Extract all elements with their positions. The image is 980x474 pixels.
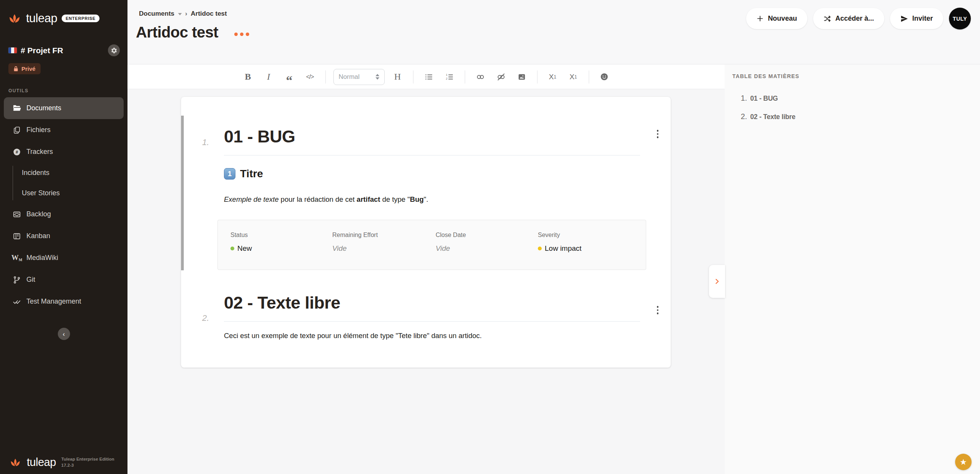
sidebar-nav: Documents Fichiers # Trackers Incidents … (0, 97, 127, 312)
app-logo[interactable]: tuleap ENTERPRISE (0, 0, 127, 25)
invite-button[interactable]: Inviter (890, 8, 943, 29)
sidebar: tuleap ENTERPRISE # Projet FR Privé OUTI… (0, 0, 127, 474)
code-button[interactable]: </> (302, 69, 318, 85)
field-remaining-effort: Remaining Effort Vide (332, 232, 436, 253)
top-header: Documents › Artidoc test Artidoc test No… (127, 0, 980, 64)
document-section-2: 02 - Texte libre Ceci est un exemple de … (224, 293, 640, 340)
toolbar-divider (413, 70, 413, 83)
breadcrumb-documents[interactable]: Documents (139, 10, 175, 18)
table-of-contents-panel: TABLE DES MATIÈRES 1. 01 - BUG 2. 02 - T… (725, 65, 980, 474)
chevron-left-icon: ‹ (63, 330, 65, 338)
heading-button[interactable]: H (390, 69, 405, 85)
keycap-one-icon: 1 (224, 168, 235, 180)
field-status: Status New (230, 232, 332, 253)
chevron-down-icon[interactable] (178, 13, 182, 15)
format-select[interactable]: Normal (333, 69, 385, 85)
section-heading[interactable]: 02 - Texte libre (224, 293, 640, 322)
section-subheading[interactable]: Titre (240, 168, 263, 180)
sidebar-item-incidents[interactable]: Incidents (4, 163, 124, 183)
ordered-list-icon[interactable]: 12 (442, 69, 457, 85)
superscript-button[interactable]: X1 (566, 69, 581, 85)
emoji-icon[interactable] (597, 69, 612, 85)
italic-button[interactable]: I (261, 69, 276, 85)
tuleap-logo-icon (8, 13, 21, 24)
editor-toolbar: B I “ </> Normal H 12 X1 X1 (127, 65, 725, 89)
toc-item[interactable]: 2. 02 - Texte libre (741, 112, 795, 121)
section-paragraph[interactable]: Exemple de texte pour la rédaction de ce… (224, 195, 640, 204)
kanban-board-icon (12, 232, 21, 240)
status-dot (230, 247, 234, 250)
tuleap-footer-logo-icon (9, 458, 21, 467)
lock-icon (13, 66, 18, 72)
mediawiki-icon: WM (12, 254, 21, 262)
document-section-1: 01 - BUG 1 Titre Exemple de texte pour l… (224, 127, 640, 270)
field-severity: Severity Low impact (538, 232, 646, 253)
toc-toggle-button[interactable] (709, 265, 725, 298)
select-carets-icon (376, 74, 379, 80)
link-icon[interactable] (473, 69, 488, 85)
sidebar-item-git[interactable]: Git (4, 269, 124, 291)
french-flag-icon (8, 47, 17, 53)
toc-item[interactable]: 1. 01 - BUG (741, 94, 795, 103)
section-number: 2. (202, 313, 209, 323)
goto-button[interactable]: Accéder à... (813, 8, 884, 29)
sidebar-item-fichiers[interactable]: Fichiers (4, 119, 124, 141)
svg-text:#: # (16, 149, 18, 154)
artifact-fields-panel: Status New Remaining Effort Vide Close D… (217, 220, 646, 270)
chevron-right-icon (713, 278, 721, 285)
files-copy-icon (12, 126, 21, 134)
toolbar-divider (589, 70, 589, 83)
sidebar-footer: tuleap Tuleap Enterprise Edition 17.2-3 (9, 456, 114, 469)
section-number: 1. (202, 137, 209, 147)
toolbar-divider (537, 70, 537, 83)
sidebar-item-trackers[interactable]: # Trackers (4, 141, 124, 163)
sidebar-item-kanban[interactable]: Kanban (4, 225, 124, 247)
plus-icon (756, 15, 764, 22)
git-branch-icon (12, 276, 21, 284)
sidebar-item-test-management[interactable]: Test Management (4, 291, 124, 312)
subscript-button[interactable]: X1 (545, 69, 560, 85)
section-kebab-menu-icon[interactable] (655, 304, 661, 317)
severity-dot (538, 247, 542, 250)
whats-new-star-button[interactable]: ★ (955, 454, 972, 470)
project-name[interactable]: # Projet FR (21, 46, 104, 55)
footer-wordmark: tuleap (27, 456, 56, 469)
sidebar-item-mediawiki[interactable]: WM MediaWiki (4, 247, 124, 269)
project-settings-gear-icon[interactable] (108, 44, 120, 56)
field-close-date: Close Date Vide (436, 232, 538, 253)
section-heading[interactable]: 01 - BUG (224, 127, 640, 155)
privacy-badge: Privé (8, 63, 41, 74)
folder-open-icon (12, 104, 21, 113)
new-button[interactable]: Nouveau (746, 8, 807, 29)
backlog-tray-icon (12, 210, 21, 219)
star-icon: ★ (960, 458, 967, 467)
toc-title: TABLE DES MATIÈRES (732, 73, 799, 79)
section-paragraph[interactable]: Ceci est un exemple de texte pour un élé… (224, 332, 640, 340)
trackers-subnav: Incidents User Stories (0, 163, 127, 203)
blockquote-button[interactable]: “ (282, 69, 297, 85)
section-kebab-menu-icon[interactable] (655, 127, 661, 141)
sidebar-collapse-button[interactable]: ‹ (58, 328, 70, 340)
sidebar-item-documents[interactable]: Documents (4, 97, 124, 119)
artidoc-document[interactable]: 1. 2. 01 - BUG 1 Titre Exemple de texte … (181, 97, 671, 368)
sidebar-item-user-stories[interactable]: User Stories (4, 183, 124, 203)
sidebar-section-label: OUTILS (0, 74, 127, 93)
shuffle-icon (823, 15, 831, 23)
toolbar-divider (325, 70, 326, 83)
sidebar-item-backlog[interactable]: Backlog (4, 203, 124, 225)
edition-badge: ENTERPRISE (62, 15, 99, 22)
bullet-list-icon[interactable] (421, 69, 436, 85)
section-drag-handle[interactable] (181, 116, 184, 270)
double-check-icon (12, 297, 21, 306)
tracker-hash-icon: # (12, 148, 21, 156)
breadcrumb-current: Artidoc test (191, 10, 227, 18)
version-info: Tuleap Enterprise Edition 17.2-3 (61, 456, 114, 468)
image-icon[interactable] (514, 69, 529, 85)
document-options-ellipsis-icon[interactable] (234, 33, 249, 36)
bold-button[interactable]: B (240, 69, 256, 85)
logo-wordmark: tuleap (26, 11, 57, 25)
svg-text:1: 1 (446, 73, 447, 77)
unlink-icon[interactable] (493, 69, 509, 85)
user-avatar[interactable]: TULY (949, 8, 971, 29)
paper-plane-icon (900, 15, 908, 23)
